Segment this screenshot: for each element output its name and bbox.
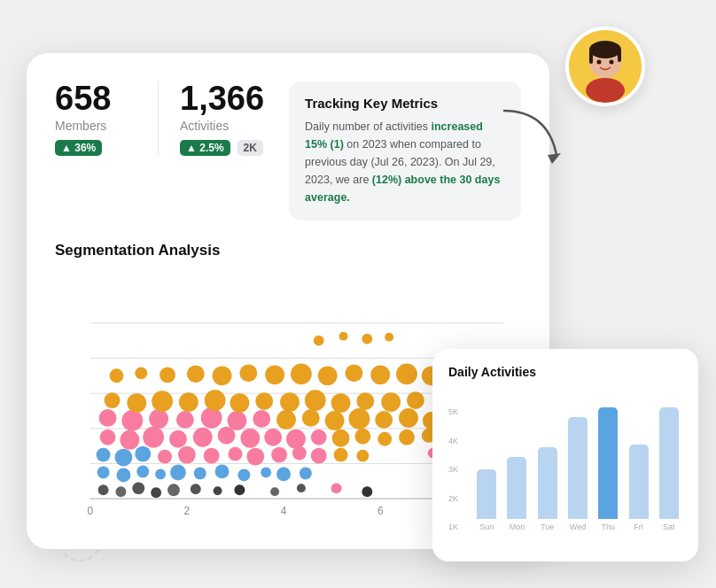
svg-point-87 — [230, 393, 249, 413]
svg-point-44 — [311, 448, 327, 464]
svg-point-19 — [234, 484, 245, 495]
svg-point-65 — [99, 409, 117, 427]
svg-point-34 — [97, 448, 111, 462]
svg-point-36 — [135, 446, 151, 462]
svg-point-102 — [213, 366, 232, 385]
svg-point-100 — [160, 367, 175, 383]
bar-col-sun: Sun — [473, 407, 500, 531]
svg-point-38 — [178, 446, 196, 464]
svg-point-29 — [215, 465, 230, 479]
svg-point-74 — [325, 411, 345, 430]
svg-text:0: 0 — [87, 505, 93, 517]
y-label-3k: 3K — [448, 465, 458, 474]
svg-point-84 — [152, 391, 173, 412]
scene: 658 Members ▲ 36% 1,366 Activities ▲ 2.5… — [0, 0, 716, 588]
tracking-highlight2: (12%) above the 30 days average. — [305, 174, 500, 204]
bar-label-sun: Sun — [479, 522, 494, 531]
svg-point-88 — [255, 392, 273, 410]
activities-metric: 1,366 Activities ▲ 2.5% 2K — [158, 81, 264, 156]
svg-point-105 — [291, 363, 312, 384]
svg-point-73 — [302, 409, 320, 427]
bar-col-tue: Tue — [534, 407, 561, 531]
svg-point-45 — [334, 448, 348, 462]
svg-marker-120 — [548, 153, 561, 164]
svg-point-25 — [136, 466, 149, 478]
activities-label: Activities — [180, 119, 264, 133]
svg-point-35 — [114, 449, 132, 467]
svg-point-51 — [193, 428, 213, 447]
bar-col-fri: Fri — [625, 407, 651, 531]
svg-point-27 — [170, 465, 186, 481]
activities-badge2: 2K — [237, 140, 263, 156]
bar-label-mon: Mon — [510, 522, 525, 531]
svg-point-58 — [354, 429, 370, 445]
daily-activities-card: Daily Activities 5K 4K 3K 2K 1K SunMonTu… — [432, 349, 698, 561]
svg-point-69 — [201, 407, 222, 429]
svg-point-33 — [300, 468, 312, 480]
svg-point-122 — [586, 78, 625, 103]
bar-fri — [629, 445, 649, 519]
members-badge: ▲ 36% — [55, 140, 102, 156]
y-axis-labels: 5K 4K 3K 2K 1K — [448, 407, 458, 531]
svg-point-48 — [120, 430, 139, 450]
svg-point-71 — [253, 410, 270, 428]
bar-thu — [598, 407, 618, 519]
bar-tue — [538, 447, 557, 519]
svg-text:2: 2 — [184, 505, 191, 517]
svg-point-117 — [385, 333, 393, 342]
bar-col-mon: Mon — [503, 407, 530, 531]
svg-point-52 — [218, 427, 236, 445]
bar-col-thu: Thu — [595, 407, 621, 531]
svg-point-37 — [158, 450, 172, 464]
svg-point-53 — [240, 429, 260, 448]
svg-point-13 — [115, 486, 126, 497]
members-label: Members — [55, 119, 144, 133]
avatar-container — [565, 27, 645, 106]
svg-point-60 — [399, 429, 415, 445]
svg-point-107 — [346, 364, 363, 382]
bar-label-thu: Thu — [602, 522, 616, 531]
svg-point-23 — [97, 467, 110, 479]
svg-point-114 — [314, 336, 324, 346]
svg-point-70 — [228, 411, 247, 430]
y-label-5k: 5K — [448, 407, 458, 416]
svg-point-49 — [143, 427, 164, 448]
svg-point-115 — [339, 332, 348, 341]
svg-point-18 — [214, 486, 222, 495]
svg-point-119 — [331, 483, 342, 493]
svg-point-56 — [311, 429, 327, 445]
daily-title: Daily Activities — [448, 365, 682, 379]
bar-wed — [568, 417, 588, 519]
bar-label-wed: Wed — [570, 522, 586, 531]
tracking-text: Daily number of activities increased 15%… — [305, 118, 505, 206]
svg-point-50 — [169, 430, 187, 448]
svg-point-116 — [362, 334, 372, 344]
svg-point-16 — [167, 484, 180, 496]
members-count: 658 — [55, 81, 144, 115]
svg-point-98 — [110, 368, 124, 383]
svg-point-104 — [265, 365, 284, 384]
bar-mon — [507, 457, 526, 519]
bar-sun — [477, 469, 496, 519]
svg-point-85 — [179, 392, 198, 412]
y-label-4k: 4K — [448, 437, 458, 445]
svg-point-68 — [176, 411, 194, 429]
svg-point-20 — [270, 487, 279, 496]
svg-point-82 — [105, 392, 121, 408]
svg-point-14 — [132, 482, 144, 494]
svg-point-109 — [396, 363, 417, 384]
svg-point-24 — [116, 468, 130, 483]
svg-point-22 — [362, 486, 372, 497]
svg-point-57 — [332, 429, 350, 447]
svg-point-59 — [377, 432, 392, 446]
svg-point-42 — [271, 447, 287, 463]
y-label-2k: 2K — [448, 494, 458, 503]
svg-point-46 — [356, 450, 369, 462]
svg-point-28 — [194, 468, 206, 480]
metrics-header: 658 Members ▲ 36% 1,366 Activities ▲ 2.5… — [55, 81, 521, 220]
activities-badge: ▲ 2.5% — [180, 140, 230, 156]
svg-point-89 — [280, 392, 300, 412]
svg-point-77 — [399, 408, 418, 428]
svg-point-76 — [375, 411, 393, 429]
svg-point-12 — [98, 484, 109, 495]
